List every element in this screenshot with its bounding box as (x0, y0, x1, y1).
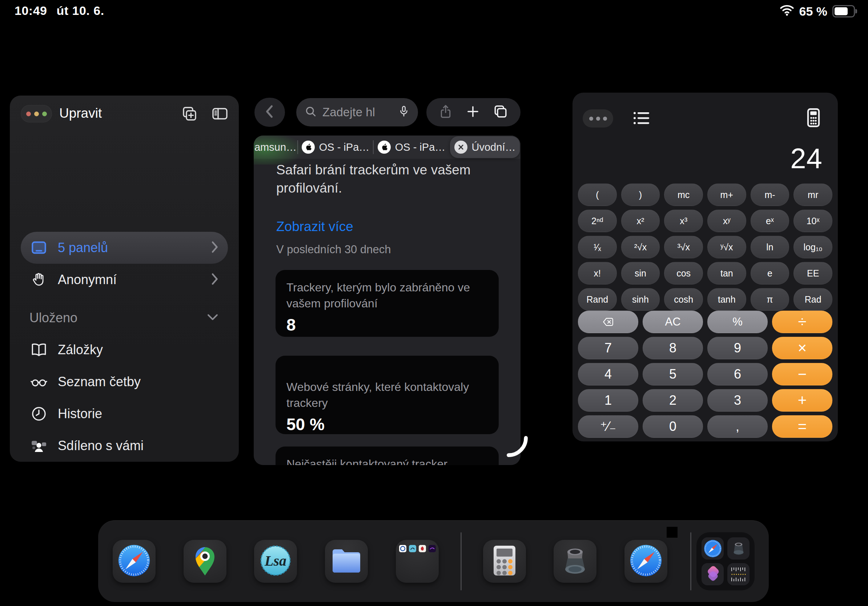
calc-button-xʸ[interactable]: xʸ (707, 210, 746, 232)
close-window-icon[interactable] (26, 111, 31, 116)
calc-button-m-[interactable]: m- (750, 184, 789, 206)
calc-button-ʸ√x[interactable]: ʸ√x (707, 236, 746, 258)
glasses-icon (29, 373, 48, 391)
calc-button-2ⁿᵈ[interactable]: 2ⁿᵈ (578, 210, 617, 232)
calc-button-e[interactable]: e (750, 262, 789, 284)
calc-button-log₁₀[interactable]: log₁₀ (794, 236, 832, 258)
sidebar-item-panels[interactable]: 5 panelů (21, 232, 228, 264)
resize-handle-icon[interactable] (506, 435, 529, 459)
saved-section-header[interactable]: Uloženo (21, 305, 228, 331)
calc-button-¹⁄ₓ[interactable]: ¹⁄ₓ (578, 236, 617, 258)
trackers-count: 8 (287, 315, 488, 335)
tab-4-active[interactable]: Úvodní… (450, 136, 520, 158)
recent-app-magnifier[interactable] (727, 537, 750, 560)
calc-button-sin[interactable]: sin (621, 262, 660, 284)
calc-button-mr[interactable]: mr (794, 184, 832, 206)
hand-icon (29, 271, 48, 289)
mic-icon[interactable] (398, 104, 410, 121)
sidebar-toggle-icon[interactable] (211, 105, 229, 122)
minimize-window-icon[interactable] (34, 111, 39, 116)
calc-button-EE[interactable]: EE (794, 262, 832, 284)
sidebar-item-history[interactable]: Historie (21, 398, 228, 430)
calc-button-mc[interactable]: mc (664, 184, 703, 206)
back-button[interactable] (254, 98, 285, 127)
calc-button-equals[interactable]: = (772, 415, 832, 438)
sidebar-item-bookmarks[interactable]: Záložky (21, 334, 228, 366)
calc-button-x²[interactable]: x² (621, 210, 660, 232)
sidebar-item-label: Anonymní (58, 272, 210, 288)
calc-button-0[interactable]: 0 (643, 415, 703, 438)
lsa-badge-icon: Lsa (259, 544, 292, 579)
history-list-button[interactable] (631, 107, 653, 130)
calc-button-8[interactable]: 8 (643, 337, 703, 359)
show-more-link[interactable]: Zobrazit více (276, 219, 353, 234)
calc-button-multiply[interactable]: × (772, 337, 832, 359)
sidebar-item-private[interactable]: Anonymní (21, 264, 228, 296)
new-tab-group-icon[interactable] (180, 105, 199, 122)
calc-button-ac[interactable]: AC (643, 311, 703, 333)
calculator-display: 24 (790, 142, 823, 175)
calc-button-²√x[interactable]: ²√x (621, 236, 660, 258)
calc-button-m+[interactable]: m+ (707, 184, 746, 206)
calc-button-Rand[interactable]: Rand (578, 288, 617, 311)
keypad-toggle-button[interactable] (802, 107, 825, 130)
tabs-icon[interactable] (493, 104, 508, 121)
address-search-field[interactable]: Zadejte hl (296, 98, 418, 127)
calc-button-backspace[interactable] (578, 311, 638, 333)
tab-1[interactable]: amsun… (254, 136, 297, 159)
calc-button-tanh[interactable]: tanh (707, 288, 746, 311)
window-menu-button[interactable] (583, 109, 613, 128)
dock-app-calculator[interactable] (483, 540, 526, 583)
calc-button-4[interactable]: 4 (578, 363, 638, 385)
close-tab-icon[interactable] (454, 141, 467, 154)
calc-button-percent[interactable]: % (707, 311, 768, 333)
dock-app-google-maps[interactable] (184, 540, 226, 583)
dock-app-safari[interactable] (113, 540, 156, 583)
calc-button-x³[interactable]: x³ (664, 210, 703, 232)
sidebar-item-shared-with-you[interactable]: Sdíleno s vámi (21, 430, 228, 462)
calc-button-3[interactable]: 3 (707, 389, 768, 412)
calc-button-6[interactable]: 6 (707, 363, 768, 385)
calc-button-ln[interactable]: ln (750, 236, 789, 258)
edit-button[interactable]: Upravit (59, 104, 102, 122)
calc-button-1[interactable]: 1 (578, 389, 638, 412)
calc-button-eˣ[interactable]: eˣ (750, 210, 789, 232)
calc-button-9[interactable]: 9 (707, 337, 768, 359)
calc-button-plusminus[interactable]: ⁺⁄₋ (578, 415, 638, 438)
zoom-window-icon[interactable] (42, 111, 47, 116)
calc-button-)[interactable]: ) (621, 184, 660, 206)
tab-3[interactable]: OS - iPa… (374, 136, 449, 159)
period-label: V posledních 30 dnech (276, 243, 391, 256)
calc-button-divide[interactable]: ÷ (772, 311, 832, 333)
recent-app-shortcuts[interactable] (702, 563, 724, 585)
recent-app-safari[interactable] (702, 537, 724, 560)
calc-button-10ˣ[interactable]: 10ˣ (794, 210, 832, 232)
dock-app-folder[interactable] (396, 540, 439, 583)
dock-app-magnifier[interactable] (553, 540, 597, 583)
calc-button-Rad[interactable]: Rad (794, 288, 832, 311)
dock-app-files[interactable] (325, 540, 368, 583)
calc-button-plus[interactable]: + (772, 389, 832, 412)
dock-app-safari-2[interactable] (625, 540, 667, 583)
calc-button-([interactable]: ( (578, 184, 617, 206)
calc-button-π[interactable]: π (750, 288, 789, 311)
recent-app-measure[interactable] (727, 563, 750, 585)
share-icon[interactable] (439, 103, 453, 121)
calc-button-³√x[interactable]: ³√x (664, 236, 703, 258)
calc-button-cosh[interactable]: cosh (664, 288, 703, 311)
search-placeholder: Zadejte hl (322, 105, 392, 119)
calc-button-cos[interactable]: cos (664, 262, 703, 284)
window-controls[interactable] (21, 105, 52, 122)
new-tab-icon[interactable] (465, 104, 480, 121)
tab-2[interactable]: OS - iPa… (298, 136, 373, 159)
calc-button-minus[interactable]: − (772, 363, 832, 385)
calc-button-comma[interactable]: , (707, 415, 768, 438)
calc-button-tan[interactable]: tan (707, 262, 746, 284)
sidebar-item-reading-list[interactable]: Seznam četby (21, 366, 228, 398)
calc-button-7[interactable]: 7 (578, 337, 638, 359)
calc-button-5[interactable]: 5 (643, 363, 703, 385)
calc-button-x![interactable]: x! (578, 262, 617, 284)
calc-button-sinh[interactable]: sinh (621, 288, 660, 311)
calc-button-2[interactable]: 2 (643, 389, 703, 412)
dock-app-lsa[interactable]: Lsa (254, 540, 297, 583)
